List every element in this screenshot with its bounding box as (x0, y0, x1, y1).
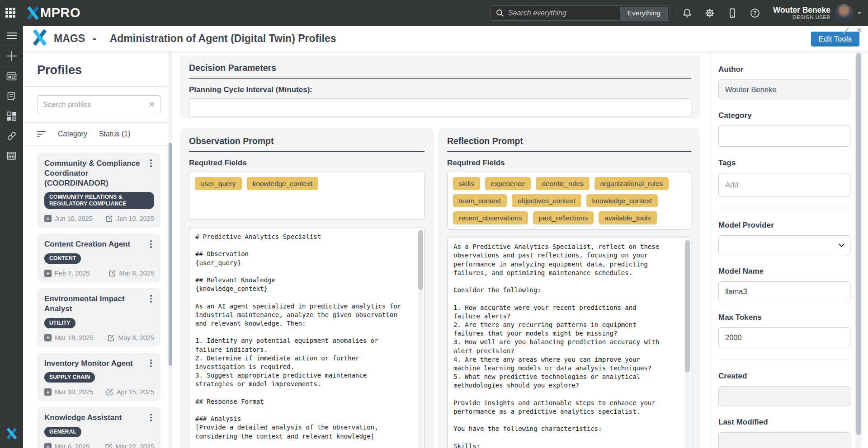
category-input[interactable] (718, 126, 850, 147)
observation-prompt-editor[interactable]: # Predictive Analytics Specialist ## Obs… (189, 228, 425, 448)
edit-tools-button[interactable]: Edit Tools (811, 32, 859, 47)
field-tag[interactable]: skills (453, 177, 480, 190)
field-tag[interactable]: team_context (453, 194, 507, 207)
profile-details-panel: Author Category Tags Model Provider Mode… (711, 51, 855, 448)
app-header: MAGS - Administration of Agent (Digital … (23, 26, 868, 51)
card-menu-icon[interactable] (148, 159, 154, 167)
rail-calculator-button[interactable] (0, 146, 23, 166)
edit-pencil-icon[interactable] (842, 26, 851, 35)
xmpro-rail-logo-icon (6, 427, 18, 442)
profile-card[interactable]: Knowledge Assistant GENERAL +Mar 6, 2025… (37, 407, 160, 448)
reflection-editor-scrollbar[interactable] (685, 239, 690, 448)
max-tokens-input[interactable] (718, 327, 850, 347)
avatar[interactable] (835, 4, 853, 22)
profiles-title: Profiles (37, 63, 160, 77)
app-launcher-icon[interactable] (5, 8, 16, 19)
profile-name: Inventory Monitor Agent (44, 359, 148, 369)
edit-date-icon (106, 388, 113, 396)
profiles-search-input[interactable] (37, 95, 160, 114)
plus-icon (6, 51, 17, 61)
profile-category-badge: COMMUNITY RELATIONS & REGULATORY COMPLIA… (44, 192, 154, 209)
observation-editor-scrollbar[interactable] (418, 229, 423, 448)
field-tag[interactable]: recent_observations (453, 211, 528, 224)
reflection-editor-scrollbar-thumb[interactable] (685, 240, 690, 372)
profiles-scrollbar-thumb[interactable] (169, 143, 172, 366)
search-scope-button[interactable]: Everything (620, 7, 668, 19)
profile-card[interactable]: Environmental Impact Analyst UTILITY +Ma… (37, 288, 160, 347)
rail-connections-button[interactable] (0, 126, 23, 146)
user-menu[interactable]: Wouter Beneke DESIGN USER (773, 5, 830, 20)
reflection-required-fields-box: skills experience deontic_rules organiza… (447, 172, 691, 230)
close-icon[interactable]: ✕ (856, 26, 863, 35)
profiles-list: Community & Compliance Coordinator (COOR… (37, 153, 160, 448)
page-scrollbar[interactable] (855, 51, 862, 448)
clear-search-icon[interactable]: ✕ (149, 100, 155, 109)
profile-category-badge: UTILITY (44, 318, 75, 328)
profile-card[interactable]: Inventory Monitor Agent SUPPLY CHAIN +Ma… (37, 353, 160, 401)
reflection-prompt-editor[interactable]: As a Predictive Analytics Specialist, re… (447, 238, 691, 448)
mobile-device-icon[interactable] (727, 8, 738, 19)
model-provider-select[interactable] (718, 235, 850, 255)
reflection-prompt-title: Reflection Prompt (447, 136, 691, 152)
filter-status[interactable]: Status (1) (99, 130, 130, 138)
main-content: Decision Parameters Planning Cycle Inter… (172, 51, 708, 448)
page-scrollbar-thumb[interactable] (856, 53, 861, 435)
rail-dashboards-button[interactable] (0, 66, 23, 86)
created-input (718, 386, 850, 406)
xmpro-logo[interactable]: MPRO (26, 5, 80, 20)
created-label: Created (718, 372, 850, 381)
notifications-bell-icon[interactable] (682, 8, 693, 19)
observation-prompt-section: Observation Prompt Required Fields user_… (180, 128, 434, 448)
created-date: +Jun 10, 2025 (44, 215, 93, 222)
card-menu-icon[interactable] (148, 413, 154, 421)
field-tag[interactable]: knowledge_context (247, 177, 319, 190)
tags-input[interactable] (718, 173, 850, 196)
model-provider-label: Model Provider (718, 221, 850, 230)
created-date: +Mar 6, 2025 (44, 443, 90, 448)
profiles-scrollbar[interactable] (168, 51, 172, 448)
field-tag[interactable]: available_tools (599, 211, 657, 224)
rail-add-button[interactable] (0, 46, 23, 66)
top-navbar: MPRO Everything (0, 0, 868, 26)
dashboard-icon (6, 71, 17, 82)
profile-name: Content Creation Agent (44, 239, 148, 249)
xmpro-logo-text: MPRO (40, 5, 80, 20)
observation-prompt-title: Observation Prompt (189, 136, 425, 152)
profile-card[interactable]: Community & Compliance Coordinator (COOR… (37, 153, 160, 228)
rail-blocks-button[interactable] (0, 106, 23, 126)
profile-card[interactable]: Content Creation Agent CONTENT +Feb 7, 2… (37, 233, 160, 282)
profile-name: Environmental Impact Analyst (44, 294, 148, 314)
edit-date-icon (108, 334, 115, 341)
filter-icon[interactable] (37, 131, 46, 137)
help-icon[interactable]: ? (750, 8, 760, 19)
card-menu-icon[interactable] (148, 239, 154, 248)
reflection-prompt-text[interactable]: As a Predictive Analytics Specialist, re… (448, 238, 691, 448)
field-tag[interactable]: user_query (195, 177, 242, 190)
settings-gear-icon[interactable] (704, 8, 715, 19)
global-search-input[interactable] (508, 9, 620, 17)
rail-forms-button[interactable] (0, 86, 23, 106)
user-name: Wouter Beneke (773, 5, 830, 14)
field-tag[interactable]: objectives_context (512, 194, 581, 207)
observation-prompt-text[interactable]: # Predictive Analytics Specialist ## Obs… (189, 228, 424, 448)
user-menu-caret-icon[interactable] (857, 12, 862, 14)
sidebar-toggle-button[interactable] (0, 26, 23, 46)
planning-cycle-input[interactable] (189, 98, 691, 117)
field-tag[interactable]: organizational_rules (594, 177, 669, 190)
observation-editor-scrollbar-thumb[interactable] (418, 230, 423, 290)
created-icon: + (44, 334, 52, 341)
field-tag[interactable]: knowledge_context (586, 194, 658, 207)
field-tag[interactable]: experience (485, 177, 531, 190)
modified-date: Apr 15, 2025 (106, 388, 154, 396)
model-name-input[interactable] (718, 281, 850, 301)
card-menu-icon[interactable] (148, 294, 154, 303)
filter-category[interactable]: Category (58, 130, 87, 138)
global-search: Everything (491, 5, 670, 21)
field-tag[interactable]: past_reflections (533, 211, 594, 224)
field-tag[interactable]: deontic_rules (536, 177, 589, 190)
link-icon (6, 131, 17, 141)
model-name-label: Model Name (718, 267, 850, 276)
author-label: Author (718, 65, 850, 74)
card-menu-icon[interactable] (148, 359, 154, 367)
page-title: Administration of Agent (Digital Twin) P… (110, 33, 336, 45)
